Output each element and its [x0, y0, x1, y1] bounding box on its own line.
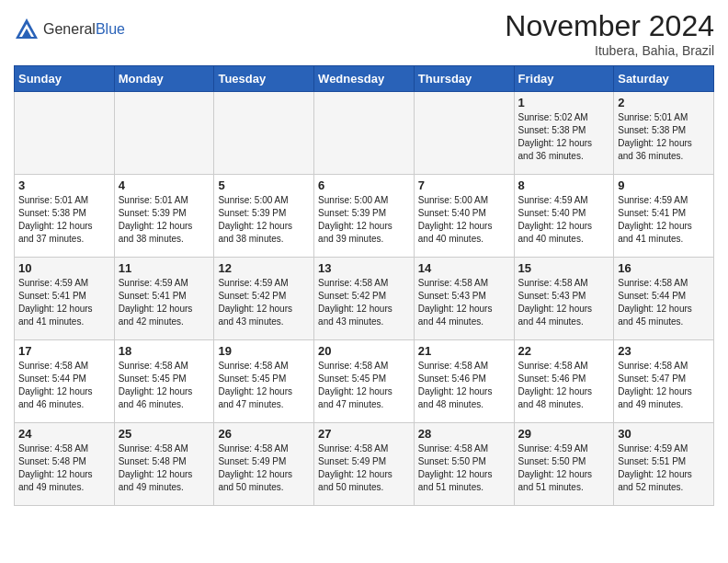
day-info: Sunrise: 4:58 AM Sunset: 5:45 PM Dayligh…	[119, 360, 210, 411]
calendar-body: 1Sunrise: 5:02 AM Sunset: 5:38 PM Daylig…	[15, 92, 714, 506]
day-info: Sunrise: 5:00 AM Sunset: 5:40 PM Dayligh…	[418, 194, 510, 246]
day-info: Sunrise: 5:02 AM Sunset: 5:38 PM Dayligh…	[518, 111, 610, 163]
calendar-cell: 22Sunrise: 4:58 AM Sunset: 5:46 PM Dayli…	[514, 340, 614, 423]
calendar-week-1: 1Sunrise: 5:02 AM Sunset: 5:38 PM Daylig…	[15, 92, 714, 175]
day-number: 2	[618, 96, 710, 109]
day-number: 13	[318, 261, 410, 275]
day-number: 8	[518, 178, 610, 192]
col-monday: Monday	[114, 66, 214, 92]
logo: GeneralBlue	[14, 17, 125, 42]
day-number: 27	[318, 427, 410, 441]
header: GeneralBlue November 2024 Itubera, Bahia…	[14, 9, 714, 58]
day-info: Sunrise: 4:58 AM Sunset: 5:43 PM Dayligh…	[418, 277, 510, 328]
day-info: Sunrise: 4:59 AM Sunset: 5:41 PM Dayligh…	[18, 277, 110, 328]
day-number: 22	[518, 344, 610, 358]
day-info: Sunrise: 4:59 AM Sunset: 5:41 PM Dayligh…	[119, 277, 210, 328]
calendar-cell: 24Sunrise: 4:58 AM Sunset: 5:48 PM Dayli…	[15, 423, 115, 506]
day-number: 16	[618, 261, 710, 275]
calendar-cell: 12Sunrise: 4:59 AM Sunset: 5:42 PM Dayli…	[214, 258, 314, 340]
calendar-cell: 1Sunrise: 5:02 AM Sunset: 5:38 PM Daylig…	[514, 92, 614, 175]
day-number: 3	[18, 178, 110, 192]
day-info: Sunrise: 5:01 AM Sunset: 5:39 PM Dayligh…	[119, 194, 210, 246]
day-info: Sunrise: 4:59 AM Sunset: 5:42 PM Dayligh…	[218, 277, 310, 328]
day-info: Sunrise: 5:01 AM Sunset: 5:38 PM Dayligh…	[18, 194, 110, 246]
day-number: 23	[618, 344, 710, 358]
calendar-page: GeneralBlue November 2024 Itubera, Bahia…	[0, 0, 728, 520]
day-info: Sunrise: 4:58 AM Sunset: 5:42 PM Dayligh…	[318, 277, 410, 328]
day-number: 25	[119, 427, 210, 441]
calendar-cell: 29Sunrise: 4:59 AM Sunset: 5:50 PM Dayli…	[514, 423, 614, 506]
calendar-cell: 30Sunrise: 4:59 AM Sunset: 5:51 PM Dayli…	[614, 423, 714, 506]
day-number: 15	[518, 261, 610, 275]
day-number: 21	[418, 344, 510, 358]
calendar-cell: 19Sunrise: 4:58 AM Sunset: 5:45 PM Dayli…	[214, 340, 314, 423]
day-info: Sunrise: 4:58 AM Sunset: 5:45 PM Dayligh…	[218, 360, 310, 411]
calendar-table: Sunday Monday Tuesday Wednesday Thursday…	[14, 65, 714, 506]
day-info: Sunrise: 4:58 AM Sunset: 5:44 PM Dayligh…	[618, 277, 710, 328]
col-sunday: Sunday	[15, 66, 115, 92]
calendar-cell	[314, 92, 415, 175]
calendar-cell: 28Sunrise: 4:58 AM Sunset: 5:50 PM Dayli…	[414, 423, 514, 506]
calendar-cell: 16Sunrise: 4:58 AM Sunset: 5:44 PM Dayli…	[614, 258, 714, 340]
day-info: Sunrise: 4:59 AM Sunset: 5:41 PM Dayligh…	[618, 194, 710, 246]
col-wednesday: Wednesday	[314, 66, 415, 92]
title-area: November 2024 Itubera, Bahia, Brazil	[505, 9, 714, 58]
day-info: Sunrise: 4:59 AM Sunset: 5:51 PM Dayligh…	[618, 442, 710, 494]
day-info: Sunrise: 4:58 AM Sunset: 5:48 PM Dayligh…	[119, 442, 210, 494]
calendar-cell: 6Sunrise: 5:00 AM Sunset: 5:39 PM Daylig…	[314, 175, 415, 258]
day-info: Sunrise: 4:59 AM Sunset: 5:50 PM Dayligh…	[518, 442, 610, 494]
day-number: 1	[518, 96, 610, 109]
day-number: 4	[119, 178, 210, 192]
day-number: 14	[418, 261, 510, 275]
calendar-cell: 13Sunrise: 4:58 AM Sunset: 5:42 PM Dayli…	[314, 258, 415, 340]
calendar-cell: 10Sunrise: 4:59 AM Sunset: 5:41 PM Dayli…	[15, 258, 115, 340]
subtitle: Itubera, Bahia, Brazil	[505, 43, 714, 58]
calendar-cell	[114, 92, 214, 175]
calendar-cell	[214, 92, 314, 175]
day-number: 24	[18, 427, 110, 441]
calendar-week-4: 17Sunrise: 4:58 AM Sunset: 5:44 PM Dayli…	[15, 340, 714, 423]
day-info: Sunrise: 4:58 AM Sunset: 5:49 PM Dayligh…	[318, 442, 410, 494]
logo-blue: Blue	[96, 21, 125, 38]
day-info: Sunrise: 5:00 AM Sunset: 5:39 PM Dayligh…	[318, 194, 410, 246]
calendar-week-5: 24Sunrise: 4:58 AM Sunset: 5:48 PM Dayli…	[15, 423, 714, 506]
day-number: 7	[418, 178, 510, 192]
day-info: Sunrise: 4:58 AM Sunset: 5:45 PM Dayligh…	[318, 360, 410, 411]
calendar-cell: 23Sunrise: 4:58 AM Sunset: 5:47 PM Dayli…	[614, 340, 714, 423]
calendar-cell: 5Sunrise: 5:00 AM Sunset: 5:39 PM Daylig…	[214, 175, 314, 258]
day-number: 29	[518, 427, 610, 441]
calendar-cell: 2Sunrise: 5:01 AM Sunset: 5:38 PM Daylig…	[614, 92, 714, 175]
col-saturday: Saturday	[614, 66, 714, 92]
day-number: 10	[18, 261, 110, 275]
calendar-cell: 20Sunrise: 4:58 AM Sunset: 5:45 PM Dayli…	[314, 340, 415, 423]
day-info: Sunrise: 4:59 AM Sunset: 5:40 PM Dayligh…	[518, 194, 610, 246]
day-number: 19	[218, 344, 310, 358]
day-number: 18	[119, 344, 210, 358]
day-number: 11	[119, 261, 210, 275]
calendar-cell: 7Sunrise: 5:00 AM Sunset: 5:40 PM Daylig…	[414, 175, 514, 258]
day-info: Sunrise: 4:58 AM Sunset: 5:44 PM Dayligh…	[18, 360, 110, 411]
logo-general: General	[43, 21, 96, 38]
calendar-cell: 3Sunrise: 5:01 AM Sunset: 5:38 PM Daylig…	[15, 175, 115, 258]
calendar-cell: 8Sunrise: 4:59 AM Sunset: 5:40 PM Daylig…	[514, 175, 614, 258]
calendar-cell: 15Sunrise: 4:58 AM Sunset: 5:43 PM Dayli…	[514, 258, 614, 340]
day-info: Sunrise: 4:58 AM Sunset: 5:50 PM Dayligh…	[418, 442, 510, 494]
day-info: Sunrise: 4:58 AM Sunset: 5:48 PM Dayligh…	[18, 442, 110, 494]
calendar-cell: 21Sunrise: 4:58 AM Sunset: 5:46 PM Dayli…	[414, 340, 514, 423]
calendar-cell: 14Sunrise: 4:58 AM Sunset: 5:43 PM Dayli…	[414, 258, 514, 340]
col-friday: Friday	[514, 66, 614, 92]
day-number: 5	[218, 178, 310, 192]
calendar-cell: 4Sunrise: 5:01 AM Sunset: 5:39 PM Daylig…	[114, 175, 214, 258]
day-info: Sunrise: 4:58 AM Sunset: 5:47 PM Dayligh…	[618, 360, 710, 411]
day-info: Sunrise: 4:58 AM Sunset: 5:49 PM Dayligh…	[218, 442, 310, 494]
day-info: Sunrise: 5:01 AM Sunset: 5:38 PM Dayligh…	[618, 111, 710, 163]
day-number: 26	[218, 427, 310, 441]
month-title: November 2024	[505, 9, 714, 43]
day-number: 6	[318, 178, 410, 192]
day-info: Sunrise: 5:00 AM Sunset: 5:39 PM Dayligh…	[218, 194, 310, 246]
calendar-week-3: 10Sunrise: 4:59 AM Sunset: 5:41 PM Dayli…	[15, 258, 714, 340]
calendar-cell	[414, 92, 514, 175]
header-row: Sunday Monday Tuesday Wednesday Thursday…	[15, 66, 714, 92]
calendar-cell: 18Sunrise: 4:58 AM Sunset: 5:45 PM Dayli…	[114, 340, 214, 423]
col-thursday: Thursday	[414, 66, 514, 92]
